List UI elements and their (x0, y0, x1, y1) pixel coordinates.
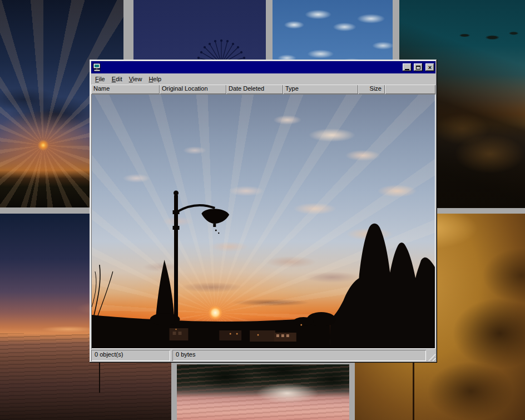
computer-icon (93, 63, 101, 72)
maximize-icon (416, 66, 420, 70)
bush-silhouette-2 (294, 317, 314, 326)
minimize-icon (405, 69, 409, 70)
water-reflection-photo (177, 364, 349, 420)
maximize-button[interactable] (414, 63, 423, 71)
close-button[interactable]: × (425, 63, 434, 71)
desktop: { "desktop": { "tiles": [ {"name": "suns… (0, 0, 525, 420)
column-header-size[interactable]: Size (358, 85, 385, 94)
menu-edit[interactable]: Edit (108, 75, 126, 83)
left-reeds-silhouette (92, 265, 113, 320)
close-icon: × (428, 65, 432, 71)
minimize-button[interactable] (403, 63, 412, 71)
menu-file[interactable]: File (92, 75, 108, 83)
status-object-count: 0 object(s) (91, 350, 170, 361)
status-bar: 0 object(s) 0 bytes (91, 350, 435, 361)
left-cypress-silhouette (156, 260, 175, 320)
column-header-original-location[interactable]: Original Location (160, 85, 226, 94)
street-lamp-silhouette (173, 191, 230, 321)
column-header-date-deleted[interactable]: Date Deleted (226, 85, 283, 94)
status-byte-count: 0 bytes (172, 350, 426, 361)
recycle-bin-window: × File Edit View Help Name Original Loca… (90, 60, 437, 363)
menu-view[interactable]: View (126, 75, 146, 83)
sunset-lamp-photo (92, 95, 435, 348)
column-header-type[interactable]: Type (283, 85, 358, 94)
titlebar[interactable]: × (91, 61, 435, 73)
column-headers: Name Original Location Date Deleted Type… (91, 85, 435, 94)
column-header-filler (385, 85, 435, 94)
file-list-area[interactable] (91, 94, 435, 349)
column-header-name[interactable]: Name (91, 85, 160, 94)
photo-silhouettes (92, 95, 435, 348)
menu-bar: File Edit View Help (91, 73, 435, 85)
right-trees-silhouette (330, 224, 435, 348)
menu-help[interactable]: Help (145, 75, 165, 83)
resize-grip-icon[interactable] (428, 354, 435, 361)
